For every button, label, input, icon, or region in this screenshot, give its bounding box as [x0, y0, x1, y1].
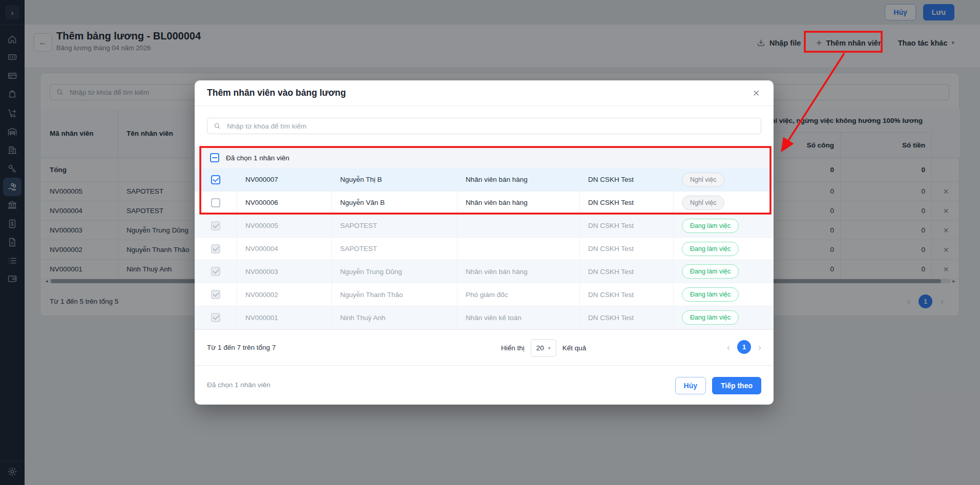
modal-employee-row[interactable]: NV000001 Ninh Thuỳ Anh Nhân viên kế toán… [195, 306, 774, 329]
modal-employee-table: Đã chọn 1 nhân viên NV000007 Nguyễn Thị … [195, 147, 774, 329]
modal-employee-row[interactable]: NV000006 Nguyễn Văn B Nhân viên bán hàng… [195, 192, 774, 215]
close-icon[interactable]: ✕ [750, 87, 762, 99]
modal-employee-row[interactable]: NV000007 Nguyễn Thị B Nhân viên bán hàng… [195, 168, 774, 192]
modal-search[interactable] [207, 118, 761, 134]
status-badge: Nghỉ việc [682, 173, 724, 187]
selection-header-row: Đã chọn 1 nhân viên [195, 147, 774, 168]
modal-title: Thêm nhân viên vào bảng lương [207, 88, 346, 98]
modal-cancel-button[interactable]: Hủy [675, 377, 706, 394]
employee-code: NV000007 [237, 168, 332, 191]
row-checkbox[interactable] [211, 221, 220, 230]
page-number[interactable]: 1 [737, 340, 751, 354]
employee-department: DN CSKH Test [580, 283, 674, 306]
employee-position: Nhân viên bán hàng [457, 260, 580, 283]
row-checkbox[interactable] [211, 290, 220, 299]
search-icon [214, 122, 221, 130]
next-button[interactable]: Tiếp theo [712, 377, 761, 394]
row-checkbox[interactable] [211, 267, 220, 276]
employee-name: Ninh Thuỳ Anh [332, 306, 457, 329]
employee-department: DN CSKH Test [580, 192, 674, 214]
employee-position: Phó giám đốc [457, 283, 580, 306]
status-badge: Đang làm việc [682, 219, 739, 233]
modal-employee-row[interactable]: NV000002 Nguyễn Thanh Thảo Phó giám đốc … [195, 283, 774, 306]
app-root: › Hủy [0, 0, 980, 485]
modal-search-input[interactable] [226, 122, 755, 131]
modal-titlebar: Thêm nhân viên vào bảng lương ✕ [195, 80, 774, 106]
employee-department: DN CSKH Test [580, 260, 674, 283]
select-all-checkbox[interactable] [210, 153, 219, 162]
modal-employee-row[interactable]: NV000005 SAPOTEST DN CSKH Test Đang làm … [195, 215, 774, 238]
modal-footer: Đã chọn 1 nhân viên Hủy Tiếp theo [195, 365, 774, 405]
employee-department: DN CSKH Test [580, 168, 674, 191]
per-page-suffix: Kết quả [562, 344, 587, 352]
employee-code: NV000005 [237, 215, 332, 237]
employee-name: Nguyễn Văn B [332, 192, 457, 214]
employee-code: NV000003 [237, 260, 332, 283]
row-checkbox[interactable] [211, 175, 220, 184]
modal-pagination: ‹ 1 › [727, 340, 761, 354]
employee-name: Nguyễn Trung Dũng [332, 260, 457, 283]
modal-pagination-row: Từ 1 đến 7 trên tổng 7 Hiển thị 20 ▾ Kết… [195, 329, 774, 365]
row-checkbox[interactable] [211, 313, 220, 322]
employee-name: SAPOTEST [332, 238, 457, 260]
employee-name: Nguyễn Thanh Thảo [332, 283, 457, 306]
employee-name: SAPOTEST [332, 215, 457, 237]
employee-name: Nguyễn Thị B [332, 168, 457, 191]
employee-position: Nhân viên kế toán [457, 306, 580, 329]
employee-code: NV000004 [237, 238, 332, 260]
status-badge: Đang làm việc [682, 264, 739, 279]
status-badge: Đang làm việc [682, 287, 739, 302]
status-badge: Đang làm việc [682, 242, 739, 256]
status-badge: Nghỉ việc [682, 196, 724, 210]
status-badge: Đang làm việc [682, 310, 739, 325]
per-page-control: Hiển thị 20 ▾ Kết quả [501, 339, 586, 357]
modal-table-summary: Từ 1 đến 7 trên tổng 7 [207, 344, 276, 351]
per-page-label: Hiển thị [501, 344, 525, 352]
per-page-select[interactable]: 20 ▾ [531, 339, 556, 357]
chevron-down-icon: ▾ [548, 345, 551, 351]
employee-code: NV000002 [237, 283, 332, 306]
add-employee-modal: Thêm nhân viên vào bảng lương ✕ Đã chọn … [195, 80, 774, 405]
employee-position [457, 238, 580, 260]
modal-employee-row[interactable]: NV000004 SAPOTEST DN CSKH Test Đang làm … [195, 238, 774, 261]
employee-department: DN CSKH Test [580, 215, 674, 237]
modal-employee-row[interactable]: NV000003 Nguyễn Trung Dũng Nhân viên bán… [195, 260, 774, 283]
employee-department: DN CSKH Test [580, 238, 674, 260]
employee-position [457, 215, 580, 237]
page-prev-icon[interactable]: ‹ [727, 343, 730, 352]
employee-position: Nhân viên bán hàng [457, 168, 580, 191]
employee-department: DN CSKH Test [580, 306, 674, 329]
employee-code: NV000006 [237, 192, 332, 214]
row-checkbox[interactable] [211, 244, 220, 254]
employee-position: Nhân viên bán hàng [457, 192, 580, 214]
selection-count-label: Đã chọn 1 nhân viên [226, 154, 289, 162]
employee-code: NV000001 [237, 306, 332, 329]
selected-summary: Đã chọn 1 nhân viên [207, 381, 270, 389]
page-next-icon[interactable]: › [758, 343, 761, 352]
row-checkbox[interactable] [211, 198, 220, 207]
